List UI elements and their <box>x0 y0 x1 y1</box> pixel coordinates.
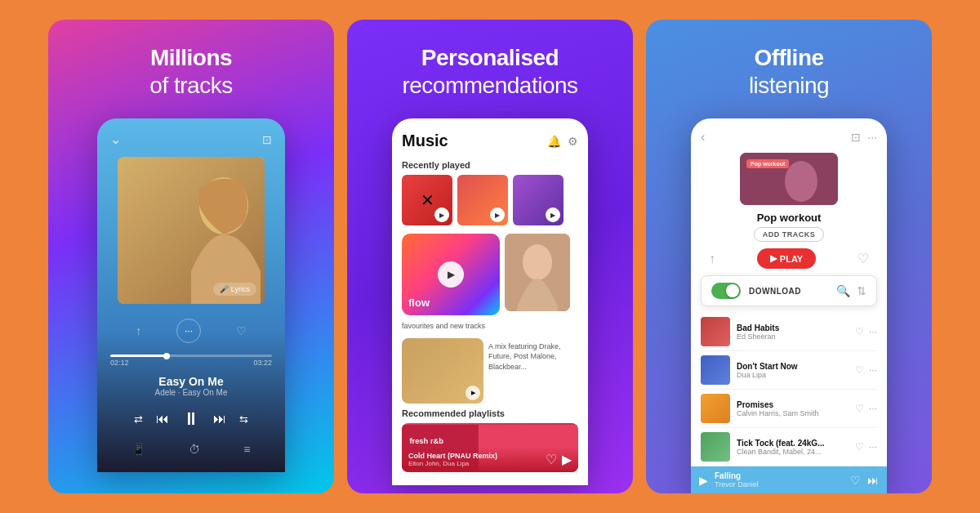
workout-thumb: Pop workout <box>740 153 838 205</box>
playlist-text: Cold Heart (PNAU Remix) Elton John, Dua … <box>408 452 497 467</box>
share-icon[interactable]: ↑ <box>136 324 141 337</box>
workout-title: Pop workout <box>701 212 877 224</box>
track-item-3[interactable]: Promises Calvin Harris, Sam Smith ♡ ··· <box>701 390 877 428</box>
album-thumb-1[interactable]: ✕ ▶ <box>402 175 452 225</box>
panel-3-title-normal: listening <box>749 73 829 98</box>
device-icon[interactable]: 📱 <box>131 443 145 456</box>
flow-play-button[interactable]: ▶ <box>438 261 464 288</box>
track-item-1[interactable]: Bad Habits Ed Sheeran ♡ ··· <box>701 313 877 351</box>
panel-2-title: Personalised recommendations <box>402 44 577 99</box>
track-4-more[interactable]: ··· <box>869 441 877 453</box>
recently-played-label: Recently played <box>402 160 578 170</box>
np-play-icon[interactable]: ▶ <box>699 474 708 487</box>
settings-icon[interactable]: ⚙ <box>568 135 578 148</box>
panel-2-title-normal: recommendations <box>402 73 577 98</box>
more-button[interactable]: ··· <box>176 319 201 343</box>
track-1-heart[interactable]: ♡ <box>855 326 864 337</box>
cast-icon[interactable]: ⊡ <box>262 133 272 146</box>
time-current: 02:12 <box>110 359 129 367</box>
search-dl-icon[interactable]: 🔍 <box>836 284 850 297</box>
download-toggle-row: DOWNLOAD 🔍 ⇅ <box>701 275 877 306</box>
phone-1-topbar: ⌄ ⊡ <box>110 132 272 147</box>
track-1-more[interactable]: ··· <box>869 326 877 337</box>
track-artist-3: Calvin Harris, Sam Smith <box>737 409 849 417</box>
pause-icon[interactable]: ⏸ <box>182 408 200 430</box>
playlist-banner[interactable]: fresh r&b Cold Heart (PNAU Remix) Elton … <box>402 423 578 472</box>
shuffle-icon[interactable]: ⇄ <box>134 413 143 426</box>
flow-card[interactable]: flow ▶ <box>402 234 500 315</box>
action-buttons-row: ↑ ▶ PLAY ♡ <box>701 248 877 269</box>
time-labels: 02:12 03:22 <box>110 359 272 367</box>
share-action-icon[interactable]: ↑ <box>709 252 715 266</box>
add-tracks-button[interactable]: ADD TRACKS <box>754 227 825 242</box>
svg-text:fresh r&b: fresh r&b <box>409 436 443 445</box>
heart-icon[interactable]: ♡ <box>236 324 247 337</box>
playlist-info-bar: Cold Heart (PNAU Remix) Elton John, Dua … <box>402 447 578 472</box>
queue-icon[interactable]: ≡ <box>243 443 250 456</box>
lyrics-button[interactable]: 🎤 Lyrics <box>213 283 256 296</box>
album-thumb-2[interactable]: ▶ <box>457 175 508 225</box>
np-heart-icon[interactable]: ♡ <box>850 474 861 487</box>
chevron-down-icon[interactable]: ⌄ <box>110 132 121 147</box>
panel-3-title-bold: Offline <box>754 45 823 70</box>
track-info-2: Don't Start Now Dua Lipa <box>737 362 849 379</box>
playlist-controls: ♡ ▶ <box>546 452 572 467</box>
album-thumb-3[interactable]: ▶ <box>513 175 564 225</box>
sort-dl-icon[interactable]: ⇅ <box>857 284 866 297</box>
np-next-icon[interactable]: ⏭ <box>867 474 879 487</box>
panel-offline: Offline listening ‹ ⊡ ··· Pop workout <box>646 20 932 493</box>
track-3-heart[interactable]: ♡ <box>855 403 864 414</box>
playlist-heart-icon[interactable]: ♡ <box>546 452 557 467</box>
phone-2-header: Music 🔔 ⚙ <box>402 132 578 150</box>
phone-1: ⌄ ⊡ <box>97 118 285 472</box>
phone-3-topbar: ‹ ⊡ ··· <box>701 130 877 145</box>
phone-2: Music 🔔 ⚙ Recently played ✕ ▶ <box>392 118 588 485</box>
playlist-play-icon[interactable]: ▶ <box>562 452 572 467</box>
now-playing-bar[interactable]: ▶ Falling Trevor Daniel ♡ ⏭ <box>691 466 887 493</box>
panel-millions: Millions of tracks ⌄ ⊡ <box>48 20 334 493</box>
track-1-actions: ♡ ··· <box>855 326 877 337</box>
panel-1-title: Millions of tracks <box>149 44 232 99</box>
back-icon[interactable]: ‹ <box>701 130 705 145</box>
track-3-more[interactable]: ··· <box>869 403 877 414</box>
play-button[interactable]: ▶ PLAY <box>757 248 816 269</box>
track-list: Bad Habits Ed Sheeran ♡ ··· Don't Start … <box>701 313 877 466</box>
bell-icon[interactable]: 🔔 <box>547 135 561 148</box>
track-item-4[interactable]: Tick Tock (feat. 24kG... Clean Bandit, M… <box>701 428 877 466</box>
more-dots-icon[interactable]: ··· <box>867 131 877 144</box>
track-name-4: Tick Tock (feat. 24kG... <box>737 439 849 448</box>
download-toggle[interactable] <box>711 283 741 299</box>
mix-cards-row: ▶ A mix featuring Drake, Future, Post Ma… <box>402 338 578 404</box>
track-item-2[interactable]: Don't Start Now Dua Lipa ♡ ··· <box>701 351 877 390</box>
track-2-more[interactable]: ··· <box>869 364 877 376</box>
mic-icon: 🎤 <box>220 285 229 293</box>
timer-icon[interactable]: ⏱ <box>189 443 200 456</box>
track-3-actions: ♡ ··· <box>855 403 877 414</box>
airplay-icon[interactable]: ⊡ <box>851 131 861 144</box>
daily-play[interactable]: ▶ <box>466 386 480 400</box>
next-icon[interactable]: ⏭ <box>213 412 226 426</box>
playback-controls: ⇄ ⏮ ⏸ ⏭ ⇆ <box>134 408 248 430</box>
flow-label: flow <box>408 297 493 309</box>
progress-dot <box>163 353 170 359</box>
heart-action-icon[interactable]: ♡ <box>858 251 869 266</box>
track-thumb-2 <box>701 355 730 385</box>
playlist-name: Cold Heart (PNAU Remix) <box>408 452 497 460</box>
track-thumb-3 <box>701 394 730 423</box>
bottom-bar: 📱 ⏱ ≡ <box>110 436 272 459</box>
np-artist: Trevor Daniel <box>715 480 844 488</box>
workout-badge: Pop workout <box>746 159 789 168</box>
play-triangle-icon: ▶ <box>770 253 777 264</box>
panel-2-title-bold: Personalised <box>421 45 559 70</box>
track-info-1: Bad Habits Ed Sheeran <box>737 323 849 341</box>
track-4-heart[interactable]: ♡ <box>855 441 864 453</box>
artist-card-1[interactable] <box>505 234 570 311</box>
repeat-icon[interactable]: ⇆ <box>239 413 248 426</box>
prev-icon[interactable]: ⏮ <box>156 412 169 426</box>
track-info-3: Promises Calvin Harris, Sam Smith <box>737 400 849 417</box>
track-2-heart[interactable]: ♡ <box>855 364 864 376</box>
play-label: PLAY <box>780 254 803 264</box>
progress-track[interactable] <box>110 355 272 357</box>
daily-card[interactable]: ▶ <box>402 338 483 404</box>
track-artist-1: Ed Sheeran <box>737 332 849 341</box>
